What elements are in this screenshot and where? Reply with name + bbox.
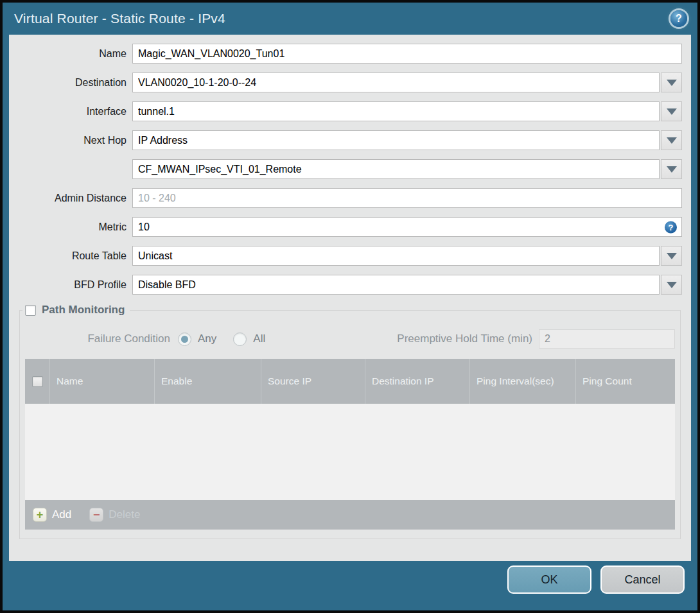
chevron-down-icon xyxy=(667,253,677,259)
preemptive-hold-time-input[interactable] xyxy=(539,329,675,349)
chevron-down-icon xyxy=(667,137,677,144)
form-row-next-hop-address xyxy=(9,159,691,179)
failure-condition-label: Failure Condition xyxy=(25,332,178,345)
static-route-form: Name Destination Interface xyxy=(9,35,691,295)
chevron-down-icon xyxy=(667,166,677,173)
interface-input[interactable] xyxy=(132,101,660,121)
route-table-label: Route Table xyxy=(9,250,132,262)
path-monitoring-legend: Path Monitoring xyxy=(22,304,130,316)
delete-label: Delete xyxy=(109,508,140,521)
next-hop-address-dropdown-button[interactable] xyxy=(661,159,682,179)
column-header-destination-ip: Destination IP xyxy=(365,359,469,404)
radio-all-label: All xyxy=(253,332,265,345)
form-row-name: Name xyxy=(9,44,691,64)
path-monitoring-section: Path Monitoring Failure Condition Any Al… xyxy=(19,304,681,539)
bfd-profile-dropdown-button[interactable] xyxy=(661,275,682,295)
column-header-source-ip: Source IP xyxy=(261,359,365,404)
dialog-body: Name Destination Interface xyxy=(9,35,691,561)
metric-input[interactable] xyxy=(132,217,682,237)
admin-distance-label: Admin Distance xyxy=(9,193,132,204)
name-input[interactable] xyxy=(132,44,682,64)
dialog-footer-buttons: OK Cancel xyxy=(507,566,685,594)
cancel-button[interactable]: Cancel xyxy=(600,566,685,594)
radio-any-label: Any xyxy=(198,332,216,345)
form-row-next-hop: Next Hop xyxy=(9,130,691,150)
interface-dropdown-button[interactable] xyxy=(661,101,682,121)
dialog-title: Virtual Router - Static Route - IPv4 xyxy=(14,11,225,26)
select-all-checkbox[interactable] xyxy=(32,376,43,387)
table-header-row: Name Enable Source IP Destination IP Pin… xyxy=(25,359,675,404)
info-icon: ? xyxy=(665,221,677,233)
preemptive-hold-time-label: Preemptive Hold Time (min) xyxy=(397,332,539,345)
column-header-ping-interval: Ping Interval(sec) xyxy=(469,359,575,404)
destination-dropdown-button[interactable] xyxy=(661,73,682,92)
column-header-name: Name xyxy=(49,359,154,404)
path-monitoring-title: Path Monitoring xyxy=(42,304,125,316)
add-label: Add xyxy=(52,508,71,521)
form-row-bfd-profile: BFD Profile xyxy=(9,275,691,295)
delete-button[interactable]: − Delete xyxy=(89,508,140,522)
chevron-down-icon xyxy=(667,108,677,115)
chevron-down-icon xyxy=(667,282,677,288)
name-label: Name xyxy=(9,48,132,60)
next-hop-address-input[interactable] xyxy=(132,159,660,179)
destination-input[interactable] xyxy=(132,73,660,92)
next-hop-dropdown-button[interactable] xyxy=(661,130,682,150)
interface-label: Interface xyxy=(9,106,132,117)
ok-button[interactable]: OK xyxy=(507,566,591,594)
help-icon[interactable]: ? xyxy=(670,10,687,27)
admin-distance-input[interactable] xyxy=(132,188,682,208)
table-header-checkbox-cell xyxy=(25,359,49,404)
column-header-enable: Enable xyxy=(154,359,261,404)
form-row-interface: Interface xyxy=(9,101,691,121)
route-table-input[interactable] xyxy=(132,246,660,266)
form-row-route-table: Route Table xyxy=(9,246,691,266)
form-row-metric: Metric ? xyxy=(9,217,691,237)
radio-all-icon[interactable] xyxy=(233,332,247,346)
dialog-titlebar: Virtual Router - Static Route - IPv4 ? xyxy=(3,3,697,35)
route-table-dropdown-button[interactable] xyxy=(661,246,682,266)
chevron-down-icon xyxy=(667,80,677,86)
table-body-empty xyxy=(25,404,675,500)
form-row-admin-distance: Admin Distance xyxy=(9,188,691,208)
form-row-destination: Destination xyxy=(9,73,691,92)
path-monitoring-checkbox[interactable] xyxy=(25,305,36,316)
next-hop-label: Next Hop xyxy=(9,135,132,146)
failure-condition-row: Failure Condition Any All Preemptive Hol… xyxy=(25,329,675,349)
table-toolbar: + Add − Delete xyxy=(25,500,675,530)
add-button[interactable]: + Add xyxy=(33,508,71,522)
delete-icon: − xyxy=(89,508,103,522)
failure-condition-option-all: All xyxy=(233,332,265,346)
bfd-profile-label: BFD Profile xyxy=(9,279,132,291)
add-icon: + xyxy=(33,508,47,522)
path-monitoring-table: Name Enable Source IP Destination IP Pin… xyxy=(25,359,675,530)
screenshot-frame: Virtual Router - Static Route - IPv4 ? N… xyxy=(0,0,700,613)
radio-any-icon[interactable] xyxy=(178,332,191,346)
bfd-profile-input[interactable] xyxy=(132,275,660,295)
metric-label: Metric xyxy=(9,221,132,233)
next-hop-type-input[interactable] xyxy=(132,130,660,150)
column-header-ping-count: Ping Count xyxy=(575,359,675,404)
dialog-window: Virtual Router - Static Route - IPv4 ? N… xyxy=(3,3,697,610)
failure-condition-option-any: Any xyxy=(178,332,216,346)
destination-label: Destination xyxy=(9,77,132,89)
